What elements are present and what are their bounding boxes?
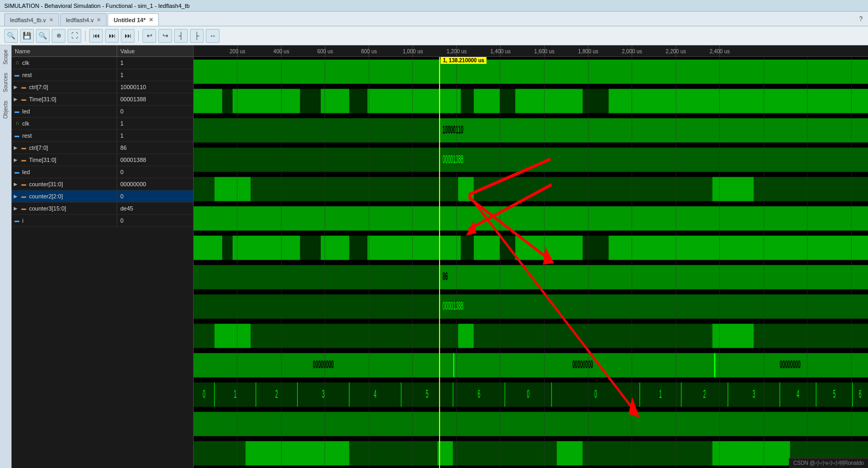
signal-row-counter31[interactable]: ▶ ▬ counter[31:0] 00000000 [12, 178, 193, 190]
svg-rect-32 [608, 89, 868, 113]
signal-row-ctrl1[interactable]: ▶ ▬ ctrl[7:0] 10000110 [12, 81, 193, 93]
waveform-svg[interactable]: 10000110 00001388 [194, 57, 868, 468]
signal-name-rest-2: ▬ rest [12, 130, 117, 141]
signal-header: Name Value [12, 45, 193, 57]
help-button[interactable]: ? [859, 15, 868, 23]
svg-rect-70 [754, 324, 868, 348]
tab-3-label: Untitled 14* [113, 17, 146, 23]
bus-icon-ctrl1: ▬ [21, 84, 27, 90]
signal-row-rest-2[interactable]: ▬ rest 1 [12, 130, 193, 142]
signal-label-time1: Time[31:0] [29, 96, 56, 102]
svg-text:3: 3 [752, 387, 755, 400]
tab-2[interactable]: ledflash4.v ✕ [60, 13, 107, 26]
svg-rect-24 [194, 60, 868, 84]
sidebar-tab-objects[interactable]: Objects [1, 97, 11, 123]
expand-time2[interactable]: ▶ [14, 157, 17, 163]
svg-rect-31 [516, 89, 583, 113]
signal-label-ctrl2: ctrl[7:0] [29, 145, 48, 151]
status-text: CSDN @小小v小小明Ronaldo [793, 460, 864, 466]
signal-row-clk-2[interactable]: ⎍ clk 1 [12, 118, 193, 130]
svg-text:1: 1 [659, 387, 662, 400]
signal-row-led2[interactable]: ▬ led 0 [12, 166, 193, 178]
remove-marker-button[interactable]: ├ [190, 29, 204, 43]
signal-name-time2: ▶ ▬ Time[31:0] [12, 154, 117, 166]
svg-rect-69 [712, 324, 754, 348]
cursor-label: 1, 138.210000 us [441, 57, 486, 64]
svg-text:4: 4 [797, 387, 799, 400]
bus-icon-counter3: ▬ [21, 206, 27, 211]
signal-name-led2: ▬ led [12, 166, 117, 178]
add-marker-button[interactable]: ┤ [174, 29, 188, 43]
sidebar-tab-sources[interactable]: Sources [1, 69, 11, 97]
first-button[interactable]: ⏭ [105, 29, 119, 43]
goto-end-button[interactable]: ↪ [158, 29, 172, 43]
expand-ctrl1[interactable]: ▶ [14, 84, 17, 90]
svg-text:2,000 us: 2,000 us [622, 49, 642, 54]
svg-rect-115 [453, 441, 557, 465]
svg-rect-116 [557, 441, 583, 465]
goto-start-button[interactable]: ↩ [142, 29, 156, 43]
sidebar-tab-scope[interactable]: Scope [1, 45, 11, 69]
bus-icon-time2: ▬ [21, 157, 27, 163]
tab-1-close[interactable]: ✕ [49, 17, 53, 23]
signal-row-counter2[interactable]: ▶ ▬ counter2[2:0] 0 [12, 190, 193, 203]
zoom-in-button[interactable]: ⊕ [52, 29, 65, 43]
signal-row-time1[interactable]: ▶ ▬ Time[31:0] 00001388 [12, 93, 193, 106]
signal-row-counter3[interactable]: ▶ ▬ counter3[15:0] de45 [12, 203, 193, 215]
tab-3-close[interactable]: ✕ [149, 17, 153, 23]
bus-icon-ctrl2: ▬ [21, 145, 27, 150]
svg-text:200 us: 200 us [230, 49, 245, 54]
tab-2-close[interactable]: ✕ [97, 17, 101, 23]
svg-rect-27 [233, 89, 300, 113]
svg-rect-79 [194, 383, 868, 407]
svg-text:400 us: 400 us [273, 49, 289, 54]
svg-rect-30 [474, 89, 500, 113]
svg-rect-60 [194, 294, 440, 319]
zoom-region-button[interactable]: ↔ [206, 29, 220, 43]
col-name: Name [12, 45, 117, 56]
svg-rect-37 [194, 148, 440, 172]
expand-ctrl2[interactable]: ▶ [14, 145, 17, 150]
expand-counter31[interactable]: ▶ [14, 182, 17, 187]
prev-edge-button[interactable]: ⏮ [89, 29, 103, 43]
svg-text:00000000: 00000000 [313, 358, 333, 371]
svg-rect-35 [440, 118, 868, 142]
tab-3[interactable]: Untitled 14* ✕ [108, 13, 159, 26]
svg-rect-51 [233, 236, 300, 260]
full-view-button[interactable]: ⛶ [68, 29, 81, 43]
svg-rect-33 [194, 118, 440, 142]
signal-row-clk-1[interactable]: ⎍ clk 1 [12, 57, 193, 69]
svg-text:1,800 us: 1,800 us [578, 49, 598, 54]
signal-row-ctrl2[interactable]: ▶ ▬ ctrl[7:0] 86 [12, 142, 193, 154]
waveform-area[interactable]: 200 us 400 us 600 us 800 us 1,000 us 1,2… [194, 45, 868, 468]
expand-counter2[interactable]: ▶ [14, 194, 17, 199]
signal-value-counter2: 0 [117, 190, 193, 202]
expand-counter3[interactable]: ▶ [14, 206, 17, 211]
signal-row-rest-1[interactable]: ▬ rest 1 [12, 69, 193, 81]
toolbar: 🔍 💾 🔍 ⊕ ⛶ ⏮ ⏭ ⏭ ↩ ↪ ┤ ├ ↔ [0, 26, 868, 45]
zoom-out-button[interactable]: 🔍 [36, 29, 50, 43]
next-button[interactable]: ⏭ [121, 29, 135, 43]
svg-rect-47 [754, 177, 868, 201]
svg-text:5: 5 [426, 387, 428, 400]
expand-time1[interactable]: ▶ [14, 97, 17, 102]
tab-bar: ledflash4_tb.v ✕ ledflash4.v ✕ Untitled … [0, 12, 868, 26]
signal-value-rest-1: 1 [117, 69, 193, 81]
signal-row-time2[interactable]: ▶ ▬ Time[31:0] 00001388 [12, 154, 193, 166]
svg-text:1: 1 [234, 387, 236, 400]
svg-text:6: 6 [859, 387, 862, 400]
signal-name-time1: ▶ ▬ Time[31:0] [12, 93, 117, 105]
svg-text:00001388: 00001388 [443, 152, 463, 166]
search-button[interactable]: 🔍 [4, 29, 18, 43]
tab-2-label: ledflash4.v [66, 17, 94, 23]
tab-1[interactable]: ledflash4_tb.v ✕ [4, 13, 59, 26]
signal-label-ctrl1: ctrl[7:0] [29, 84, 48, 90]
svg-rect-61 [440, 294, 868, 319]
waveform-canvas[interactable]: 1, 138.210000 us [194, 57, 868, 468]
bus-icon-time1: ▬ [21, 97, 27, 102]
signal-row-i[interactable]: ▬ i 0 [12, 215, 193, 227]
signal-row-led1[interactable]: ▬ led 0 [12, 106, 193, 118]
svg-text:3: 3 [322, 387, 325, 400]
svg-text:86: 86 [443, 270, 448, 283]
save-button[interactable]: 💾 [20, 29, 34, 43]
